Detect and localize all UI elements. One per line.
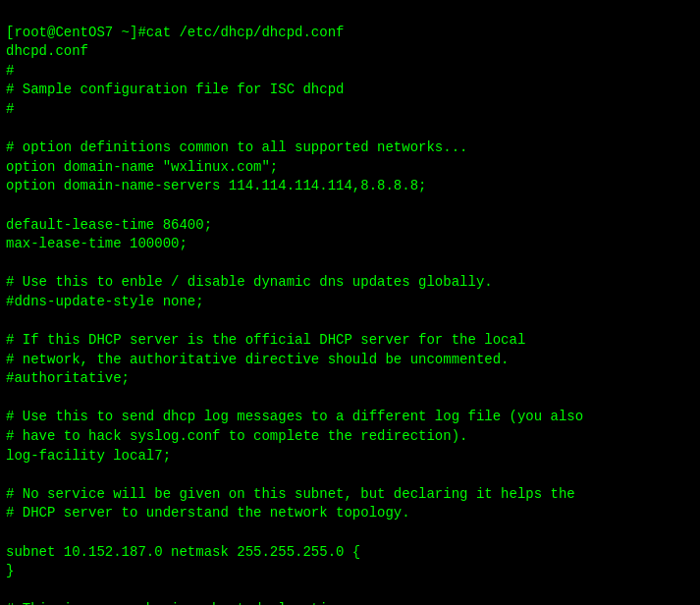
terminal-content: [root@CentOS7 ~]#cat /etc/dhcp/dhcpd.con…	[6, 25, 583, 605]
terminal-window[interactable]: [root@CentOS7 ~]#cat /etc/dhcp/dhcpd.con…	[0, 0, 700, 605]
